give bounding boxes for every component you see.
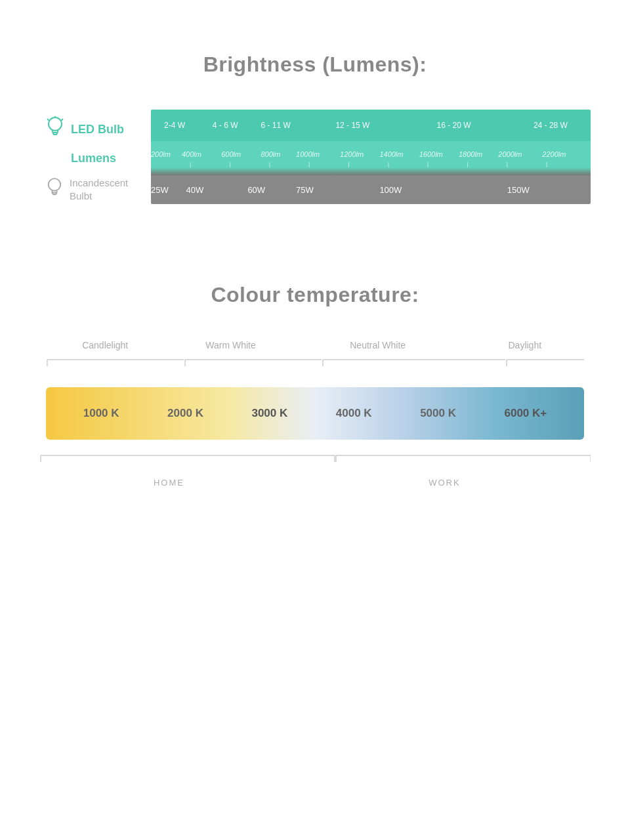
lumens-bar: 200lm 400lm 600lm 800lm 1000lm 1200lm 14… (151, 141, 591, 167)
inc-label-2: 60W (247, 185, 265, 195)
kelvin-2000: 2000 K (167, 407, 203, 420)
led-label-text: LED Bulb (71, 123, 124, 136)
brightness-section: Brightness (Lumens): LED Bulb (0, 0, 630, 243)
watt-label-0: 2-4 W (164, 121, 185, 130)
watt-label-4: 16 - 20 W (437, 121, 471, 130)
lumen-label-9: 2000lm (498, 150, 522, 158)
lumen-label-3: 800lm (261, 150, 281, 158)
home-work-labels: HOME WORK (39, 478, 591, 488)
spike-svg (151, 167, 591, 175)
chart-labels: LED Bulb Lumens IncandescentBulbt (39, 114, 151, 200)
watt-label-3: 12 - 15 W (335, 121, 369, 130)
brightness-chart: LED Bulb Lumens IncandescentBulbt (39, 110, 591, 204)
brightness-title: Brightness (Lumens): (39, 52, 591, 77)
led-bulb-icon (46, 116, 64, 143)
lumen-label-4: 1000lm (296, 150, 320, 158)
chart-area: 2-4 W 4 - 6 W 6 - 11 W 12 - 15 W 16 - 20… (151, 110, 591, 204)
colour-temperature-section: Colour temperature: Candlelight Warm Whi… (0, 243, 630, 527)
lumen-label-0: 200lm (151, 150, 171, 158)
lumen-label-7: 1600lm (419, 150, 443, 158)
cat-label-candlelight: Candlelight (46, 340, 164, 350)
category-brackets-svg (46, 353, 584, 369)
lumens-label-text: Lumens (46, 152, 116, 165)
led-label-row: LED Bulb (39, 114, 151, 145)
category-bracket-area: Candlelight Warm White Neutral White Day… (46, 340, 584, 371)
led-bar: 2-4 W 4 - 6 W 6 - 11 W 12 - 15 W 16 - 20… (151, 110, 591, 141)
cat-label-warmwhite: Warm White (171, 340, 289, 350)
colour-temperature-title: Colour temperature: (39, 283, 591, 307)
kelvin-6000: 6000 K+ (504, 407, 547, 420)
incandescent-label-text: IncandescentBulbt (70, 177, 128, 202)
watt-label-2: 6 - 11 W (261, 121, 291, 130)
kelvin-1000: 1000 K (83, 407, 119, 420)
inc-label-0: 25W (151, 185, 169, 195)
incandescent-label-row: IncandescentBulbt (39, 171, 151, 200)
kelvin-3000: 3000 K (251, 407, 287, 420)
kelvin-5000: 5000 K (420, 407, 456, 420)
watt-labels: 2-4 W 4 - 6 W 6 - 11 W 12 - 15 W 16 - 20… (151, 110, 591, 141)
svg-point-0 (49, 117, 62, 131)
lumens-ticks-svg (151, 141, 591, 167)
watt-label-5: 24 - 28 W (534, 121, 568, 130)
svg-point-6 (49, 178, 61, 191)
lumen-label-8: 1800lm (459, 150, 482, 158)
category-labels: Candlelight Warm White Neutral White Day… (46, 340, 584, 350)
inc-label-5: 150W (507, 185, 530, 195)
kelvin-4000: 4000 K (336, 407, 372, 420)
inc-label-3: 75W (296, 185, 314, 195)
work-label: WORK (315, 478, 574, 488)
svg-line-5 (62, 119, 64, 121)
cat-label-daylight: Daylight (466, 340, 584, 350)
lumen-label-5: 1200lm (340, 150, 364, 158)
lumens-label-row: Lumens (39, 145, 151, 171)
incandescent-bar: 25W 40W 60W 75W 100W 150W (151, 175, 591, 204)
home-label: HOME (39, 478, 299, 488)
lumen-label-2: 600lm (221, 150, 241, 158)
inc-label-1: 40W (186, 185, 204, 195)
incandescent-bulb-icon (46, 177, 63, 203)
lumen-label-1: 400lm (182, 150, 201, 158)
lumen-label-6: 1400lm (379, 150, 403, 158)
svg-line-4 (47, 119, 49, 121)
cat-label-neutralwhite: Neutral White (297, 340, 459, 350)
home-work-area: HOME WORK (39, 452, 591, 488)
home-work-brackets-svg (39, 452, 591, 475)
inc-label-4: 100W (379, 185, 402, 195)
lumen-label-10: 2200lm (542, 150, 566, 158)
spike-separator (151, 167, 591, 175)
colour-gradient-bar: 1000 K 2000 K 3000 K 4000 K 5000 K 6000 … (46, 387, 584, 440)
watt-label-1: 4 - 6 W (213, 121, 238, 130)
